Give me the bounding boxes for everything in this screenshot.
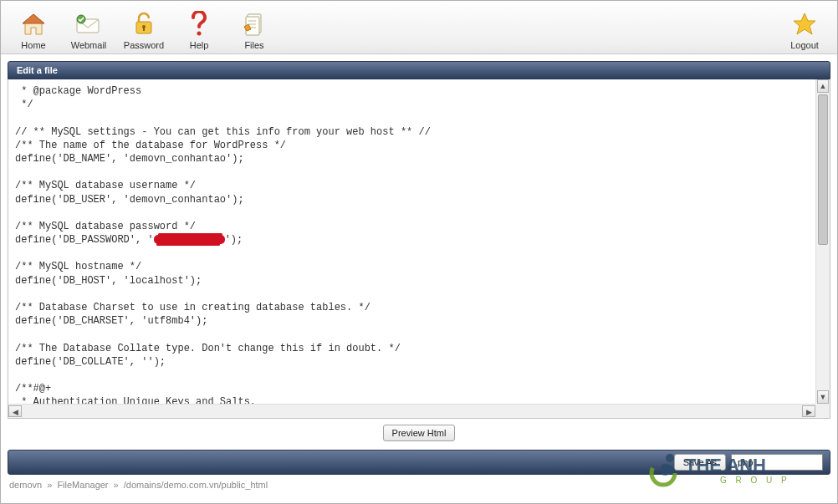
scroll-up-button[interactable]: ▲ [817,79,829,93]
password-button[interactable]: Password [116,5,171,50]
breadcrumb-sep: » [114,480,119,490]
toolbar-left-group: Home Webmail Pas [6,5,282,50]
redacted-password [154,235,225,244]
main-toolbar: Home Webmail Pas [1,1,837,54]
files-button[interactable]: Files [227,5,282,50]
save-as-button[interactable]: Save As [674,454,726,471]
scroll-corner [815,404,830,418]
preview-row: Preview Html [1,419,837,450]
file-editor[interactable]: * @package WordPress */ // ** MySQL sett… [8,79,830,419]
bottom-action-bar: Save As [8,450,830,475]
password-icon [116,10,171,38]
panel-title: Edit a file [8,61,830,79]
help-label: Help [171,40,227,50]
home-button[interactable]: Home [6,5,61,50]
scroll-left-button[interactable]: ◀ [8,405,22,417]
horizontal-scrollbar[interactable]: ◀ ▶ [8,404,815,418]
svg-marker-13 [794,13,815,34]
breadcrumb-path: /domains/demo.com.vn/public_html [124,480,268,490]
logout-icon [777,10,832,38]
webmail-label: Webmail [61,40,116,50]
scroll-right-button[interactable]: ▶ [802,405,815,417]
preview-html-button[interactable]: Preview Html [383,425,456,441]
home-icon [6,10,61,38]
webmail-button[interactable]: Webmail [61,5,116,50]
breadcrumb-sep: » [47,480,52,490]
breadcrumb: demovn » FileManager » /domains/demo.com… [1,475,837,495]
files-label: Files [227,40,282,50]
password-label: Password [116,40,171,50]
svg-point-7 [197,31,202,35]
breadcrumb-filemanager[interactable]: FileManager [57,480,108,490]
vertical-scrollbar[interactable]: ▲ ▼ [815,79,830,404]
logout-label: Logout [777,40,832,50]
toolbar-right-group: Logout [777,5,832,50]
svg-marker-1 [23,14,44,23]
scroll-thumb[interactable] [818,94,828,245]
scroll-down-button[interactable]: ▼ [817,390,829,404]
save-as-filename-input[interactable] [731,454,823,471]
svg-rect-6 [143,28,145,31]
file-content[interactable]: * @package WordPress */ // ** MySQL sett… [8,79,830,415]
logout-button[interactable]: Logout [777,5,832,50]
help-button[interactable]: Help [171,5,227,50]
home-label: Home [6,40,61,50]
help-icon [171,10,227,38]
webmail-icon [61,10,116,38]
breadcrumb-user[interactable]: demovn [9,480,42,490]
files-icon [227,10,282,38]
